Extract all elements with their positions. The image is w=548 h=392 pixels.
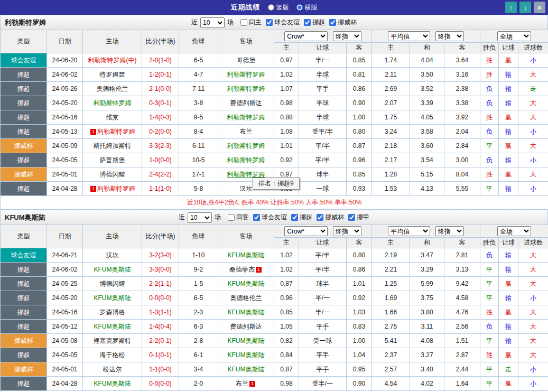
away-team[interactable]: 汉坎 (240, 185, 253, 192)
away-team[interactable]: 利勒斯特罗姆 (227, 156, 265, 164)
away-team[interactable]: KFUM奥斯陆 (228, 280, 265, 287)
avg-draw-odds: 3.47 (410, 248, 444, 263)
home-team[interactable]: KFUM奥斯陆 (94, 323, 131, 330)
avg-odds-stage-select[interactable]: 终指 (435, 226, 464, 236)
checkbox-input[interactable] (266, 19, 273, 26)
col-header-type: 类型 (1, 30, 47, 53)
away-team[interactable]: 布兰 (236, 380, 248, 387)
scope-select[interactable]: 全场 (497, 226, 531, 236)
away-team[interactable]: 奥德格伦兰 (230, 294, 262, 302)
checkbox-input[interactable] (304, 19, 311, 26)
avg-odds-select[interactable]: 平均值 (388, 31, 430, 41)
home-team[interactable]: 萨普斯堡 (100, 156, 125, 164)
home-team[interactable]: 博德闪耀 (100, 171, 125, 178)
filter-checkbox-挪超[interactable]: 挪超 (291, 213, 312, 222)
col-header-away: 客场 (218, 30, 274, 53)
match-count-select[interactable]: 10 (188, 212, 212, 223)
home-team[interactable]: 裡塞克罗斯特 (94, 337, 132, 344)
odds-provider-select[interactable]: Crow* (284, 31, 328, 41)
checkbox-input[interactable] (348, 214, 355, 221)
home-team[interactable]: KFUM奥斯陆 (94, 294, 131, 302)
home-team[interactable]: 海于格松 (100, 351, 125, 359)
match-count-select[interactable]: 10 (200, 17, 225, 28)
away-team[interactable]: KFUM奥斯陆 (228, 309, 265, 316)
vertical-radio-input[interactable] (268, 4, 274, 11)
home-team[interactable]: 特罗姆瑟 (100, 71, 125, 78)
header-buttons: ↑ ↓ × (505, 2, 545, 13)
home-team[interactable]: 利勒斯特罗姆 (97, 185, 135, 192)
checkbox-label: 挪威杯 (325, 213, 344, 222)
scope-select[interactable]: 全场 (497, 31, 531, 41)
away-team[interactable]: 利勒斯特罗姆 (227, 142, 265, 150)
filter-checkbox-挪威杯[interactable]: 挪威杯 (329, 18, 357, 27)
checkbox-input[interactable] (228, 214, 235, 221)
avg-away-odds: 2.81 (444, 248, 480, 263)
move-down-button[interactable]: ↓ (519, 2, 531, 13)
match-row: 球会友谊24-06-21汉坎3-2(3-0)1-10KFUM奥斯陆1.02平/半… (1, 248, 548, 263)
away-team[interactable]: 费德列斯达 (230, 323, 262, 330)
checkbox-input[interactable] (291, 214, 298, 221)
odds-provider-stage-select[interactable]: 终指 (333, 226, 361, 236)
handicap-away-odds: 1.00 (347, 110, 372, 125)
away-team[interactable]: 利勒斯特罗姆 (227, 114, 265, 121)
filter-checkbox-挪威杯[interactable]: 挪威杯 (317, 213, 344, 222)
avg-draw-odds: 5.15 (410, 167, 444, 182)
away-team[interactable]: 哥德堡 (237, 57, 256, 64)
match-type-badge: 挪超 (1, 348, 47, 362)
filter-checkbox-球会友谊[interactable]: 球会友谊 (266, 18, 300, 27)
checkbox-input[interactable] (329, 19, 336, 26)
filter-checkbox-同客[interactable]: 同客 (228, 213, 249, 222)
home-team[interactable]: 维京 (106, 114, 119, 121)
odds-provider-stage-select[interactable]: 终指 (333, 31, 361, 41)
home-team[interactable]: KFUM奥斯陆 (94, 380, 131, 387)
home-team[interactable]: 奥德格伦兰 (97, 85, 128, 92)
away-team[interactable]: KFUM奥斯陆 (228, 366, 265, 373)
match-row: 挪超24-06-02特罗姆瑟1-2(0-1)4-7利勒斯特罗姆1.02半球0.8… (1, 68, 548, 82)
filter-checkbox-球会友谊[interactable]: 球会友谊 (253, 213, 287, 222)
handicap-home-odds: 1.01 (274, 139, 299, 153)
avg-odds-stage-select[interactable]: 终指 (435, 31, 464, 41)
away-team[interactable]: KFUM奥斯陆 (228, 337, 265, 344)
layout-radio-vertical[interactable]: 竖版 (268, 3, 289, 12)
away-team[interactable]: 利勒斯特罗姆 (227, 71, 265, 78)
home-team[interactable]: 利勒斯特罗姆 (97, 128, 135, 135)
handicap-home-odds: 1.07 (274, 82, 299, 96)
avg-odds-controls: 平均值 终指 (372, 225, 480, 238)
home-team[interactable]: 松达尔 (103, 366, 122, 373)
home-team[interactable]: 博德闪耀 (100, 280, 125, 287)
layout-radio-horizontal[interactable]: 横版 (296, 3, 318, 12)
match-type-badge: 挪超 (1, 82, 47, 96)
home-team[interactable]: 利勒斯特罗姆 (94, 99, 132, 107)
home-team[interactable]: 罗森博格 (100, 309, 125, 316)
handicap-line: 平/半 (299, 139, 347, 153)
close-button[interactable]: × (534, 2, 545, 13)
home-team[interactable]: 斯托姆加斯特 (94, 142, 132, 150)
match-score: 0-3(0-1) (142, 96, 179, 110)
handicap-line: 平/半 (299, 248, 347, 263)
filter-checkbox-挪超[interactable]: 挪超 (304, 18, 325, 27)
away-team[interactable]: 费德列斯达 (230, 99, 262, 107)
away-team[interactable]: 利勒斯特罗姆 (227, 171, 265, 178)
home-team[interactable]: KFUM奥斯陆 (94, 266, 131, 273)
away-team[interactable]: 利勒斯特罗姆 (227, 85, 265, 92)
home-team[interactable]: 利勒斯特罗姆(中) (88, 57, 137, 64)
move-up-button[interactable]: ↑ (505, 2, 517, 13)
filter-checkbox-挪甲[interactable]: 挪甲 (348, 213, 369, 222)
filter-checkbox-同主[interactable]: 同主 (240, 18, 262, 27)
match-row: 挪超24-04-28KFUM奥斯陆0-0(0-0)2-0布兰10.98受半/一0… (1, 377, 548, 391)
away-team[interactable]: 桑德菲杰 (229, 266, 255, 273)
checkbox-input[interactable] (253, 214, 260, 221)
checkbox-input[interactable] (317, 214, 323, 221)
team-name-title: KFUM奥斯陆 (5, 213, 45, 222)
result-outcome: 胜 (480, 53, 499, 68)
home-team[interactable]: 汉坎 (106, 251, 119, 259)
checkbox-input[interactable] (240, 19, 247, 26)
away-team[interactable]: 布兰 (240, 128, 253, 135)
odds-provider-select[interactable]: Crow* (284, 226, 328, 236)
avg-odds-select[interactable]: 平均值 (388, 226, 430, 236)
away-team[interactable]: KFUM奥斯陆 (228, 351, 265, 359)
corner-score: 6-1 (179, 348, 218, 362)
horizontal-radio-input[interactable] (296, 4, 303, 11)
away-team[interactable]: KFUM奥斯陆 (228, 251, 265, 259)
result-outcome: 胜 (480, 348, 499, 362)
